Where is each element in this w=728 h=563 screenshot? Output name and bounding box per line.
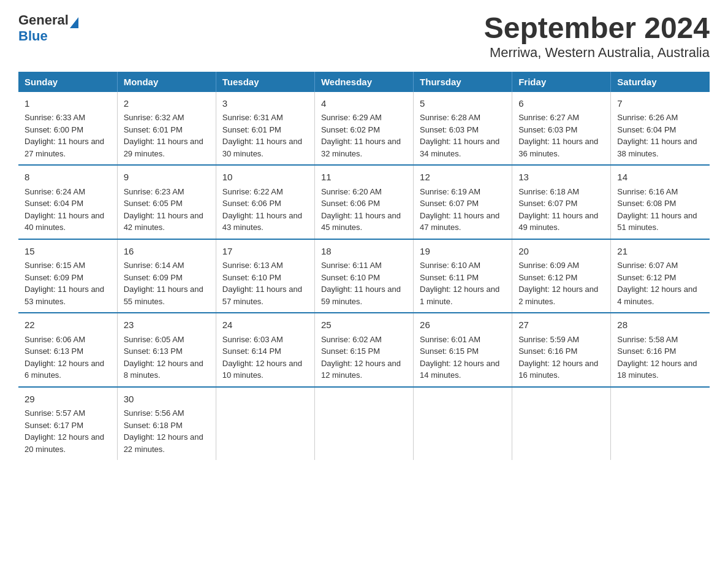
day-number: 19 xyxy=(420,245,506,259)
day-sunrise: Sunrise: 6:02 AM xyxy=(321,335,382,344)
col-thursday: Thursday xyxy=(414,72,512,92)
calendar-cell: 9Sunrise: 6:23 AMSunset: 6:05 PMDaylight… xyxy=(117,165,216,239)
day-sunset: Sunset: 6:10 PM xyxy=(321,273,380,282)
day-sunrise: Sunrise: 5:59 AM xyxy=(518,335,579,344)
logo-triangle-icon xyxy=(70,17,78,28)
calendar-cell: 20Sunrise: 6:09 AMSunset: 6:12 PMDayligh… xyxy=(512,239,611,313)
col-sunday: Sunday xyxy=(18,72,117,92)
day-sunrise: Sunrise: 6:01 AM xyxy=(420,335,480,344)
day-daylight: Daylight: 11 hours and 42 minutes. xyxy=(124,211,203,232)
day-sunrise: Sunrise: 5:56 AM xyxy=(124,408,184,418)
day-number: 28 xyxy=(617,318,703,332)
calendar-table: Sunday Monday Tuesday Wednesday Thursday… xyxy=(18,72,710,461)
day-sunset: Sunset: 6:06 PM xyxy=(222,199,281,208)
calendar-cell: 1Sunrise: 6:33 AMSunset: 6:00 PMDaylight… xyxy=(18,92,117,166)
day-number: 16 xyxy=(124,245,210,259)
day-number: 13 xyxy=(518,170,604,185)
day-sunset: Sunset: 6:18 PM xyxy=(124,421,183,430)
calendar-cell: 25Sunrise: 6:02 AMSunset: 6:15 PMDayligh… xyxy=(314,313,413,387)
day-sunset: Sunset: 6:12 PM xyxy=(617,273,676,282)
day-number: 17 xyxy=(222,245,308,259)
calendar-cell xyxy=(611,387,710,461)
day-sunrise: Sunrise: 6:13 AM xyxy=(222,261,283,270)
day-daylight: Daylight: 12 hours and 10 minutes. xyxy=(222,359,302,380)
day-sunrise: Sunrise: 6:33 AM xyxy=(25,113,85,122)
day-daylight: Daylight: 12 hours and 18 minutes. xyxy=(617,359,697,380)
day-number: 26 xyxy=(420,318,506,332)
day-sunset: Sunset: 6:11 PM xyxy=(420,273,479,282)
day-sunset: Sunset: 6:06 PM xyxy=(321,199,380,208)
day-daylight: Daylight: 12 hours and 2 minutes. xyxy=(518,285,598,306)
calendar-cell: 15Sunrise: 6:15 AMSunset: 6:09 PMDayligh… xyxy=(18,239,117,313)
day-sunrise: Sunrise: 6:23 AM xyxy=(124,187,184,196)
calendar-cell: 29Sunrise: 5:57 AMSunset: 6:17 PMDayligh… xyxy=(18,387,117,461)
day-daylight: Daylight: 11 hours and 53 minutes. xyxy=(25,285,104,306)
day-sunrise: Sunrise: 6:29 AM xyxy=(321,113,382,122)
day-sunrise: Sunrise: 5:57 AM xyxy=(25,408,85,418)
day-sunrise: Sunrise: 6:14 AM xyxy=(124,261,184,270)
day-number: 9 xyxy=(124,170,210,185)
day-daylight: Daylight: 11 hours and 34 minutes. xyxy=(420,137,499,158)
day-sunset: Sunset: 6:03 PM xyxy=(518,125,577,134)
day-daylight: Daylight: 11 hours and 51 minutes. xyxy=(617,211,697,232)
day-daylight: Daylight: 11 hours and 55 minutes. xyxy=(124,285,203,306)
day-daylight: Daylight: 11 hours and 45 minutes. xyxy=(321,211,401,232)
day-sunrise: Sunrise: 6:22 AM xyxy=(222,187,283,196)
calendar-cell: 28Sunrise: 5:58 AMSunset: 6:16 PMDayligh… xyxy=(611,313,710,387)
logo-general: General xyxy=(18,12,69,28)
calendar-cell: 2Sunrise: 6:32 AMSunset: 6:01 PMDaylight… xyxy=(117,92,216,166)
day-daylight: Daylight: 11 hours and 32 minutes. xyxy=(321,137,401,158)
day-daylight: Daylight: 11 hours and 40 minutes. xyxy=(25,211,104,232)
day-sunrise: Sunrise: 6:19 AM xyxy=(420,187,480,196)
calendar-cell: 18Sunrise: 6:11 AMSunset: 6:10 PMDayligh… xyxy=(314,239,413,313)
day-number: 3 xyxy=(222,97,308,111)
day-sunset: Sunset: 6:05 PM xyxy=(124,199,183,208)
calendar-cell: 23Sunrise: 6:05 AMSunset: 6:13 PMDayligh… xyxy=(117,313,216,387)
day-daylight: Daylight: 12 hours and 22 minutes. xyxy=(124,432,203,454)
calendar-cell xyxy=(512,387,611,461)
day-number: 8 xyxy=(25,170,111,185)
day-number: 24 xyxy=(222,318,308,332)
day-daylight: Daylight: 12 hours and 8 minutes. xyxy=(124,359,203,380)
day-sunrise: Sunrise: 6:20 AM xyxy=(321,187,382,196)
day-sunrise: Sunrise: 6:16 AM xyxy=(617,187,678,196)
day-sunrise: Sunrise: 6:03 AM xyxy=(222,335,283,344)
day-daylight: Daylight: 12 hours and 4 minutes. xyxy=(617,285,697,306)
day-daylight: Daylight: 12 hours and 12 minutes. xyxy=(321,359,401,380)
calendar-header-row: Sunday Monday Tuesday Wednesday Thursday… xyxy=(18,72,710,92)
calendar-cell: 14Sunrise: 6:16 AMSunset: 6:08 PMDayligh… xyxy=(611,165,710,239)
day-sunset: Sunset: 6:09 PM xyxy=(124,273,183,282)
day-number: 10 xyxy=(222,170,308,185)
day-sunset: Sunset: 6:10 PM xyxy=(222,273,281,282)
day-number: 30 xyxy=(124,393,210,407)
calendar-cell: 3Sunrise: 6:31 AMSunset: 6:01 PMDaylight… xyxy=(216,92,314,166)
day-sunset: Sunset: 6:15 PM xyxy=(321,347,380,356)
day-sunrise: Sunrise: 6:31 AM xyxy=(222,113,283,122)
day-sunset: Sunset: 6:14 PM xyxy=(222,347,281,356)
day-number: 11 xyxy=(321,170,407,185)
day-sunset: Sunset: 6:00 PM xyxy=(25,125,83,134)
day-daylight: Daylight: 12 hours and 16 minutes. xyxy=(518,359,598,380)
day-sunset: Sunset: 6:07 PM xyxy=(518,199,577,208)
calendar-cell: 22Sunrise: 6:06 AMSunset: 6:13 PMDayligh… xyxy=(18,313,117,387)
calendar-title-area: September 2024 Merriwa, Western Australi… xyxy=(484,12,710,61)
day-daylight: Daylight: 11 hours and 30 minutes. xyxy=(222,137,302,158)
calendar-cell: 11Sunrise: 6:20 AMSunset: 6:06 PMDayligh… xyxy=(314,165,413,239)
day-number: 25 xyxy=(321,318,407,332)
day-sunrise: Sunrise: 6:06 AM xyxy=(25,335,85,344)
day-number: 23 xyxy=(124,318,210,332)
calendar-cell: 7Sunrise: 6:26 AMSunset: 6:04 PMDaylight… xyxy=(611,92,710,166)
calendar-cell: 5Sunrise: 6:28 AMSunset: 6:03 PMDaylight… xyxy=(414,92,512,166)
calendar-row: 29Sunrise: 5:57 AMSunset: 6:17 PMDayligh… xyxy=(18,387,710,461)
calendar-cell: 30Sunrise: 5:56 AMSunset: 6:18 PMDayligh… xyxy=(117,387,216,461)
day-daylight: Daylight: 11 hours and 43 minutes. xyxy=(222,211,302,232)
logo-blue: Blue xyxy=(18,28,48,44)
day-number: 2 xyxy=(124,97,210,111)
day-sunset: Sunset: 6:12 PM xyxy=(518,273,577,282)
col-friday: Friday xyxy=(512,72,611,92)
calendar-cell: 8Sunrise: 6:24 AMSunset: 6:04 PMDaylight… xyxy=(18,165,117,239)
day-sunrise: Sunrise: 6:28 AM xyxy=(420,113,480,122)
day-sunrise: Sunrise: 6:15 AM xyxy=(25,261,85,270)
logo: General Blue xyxy=(18,12,78,44)
calendar-subtitle: Merriwa, Western Australia, Australia xyxy=(484,45,710,61)
